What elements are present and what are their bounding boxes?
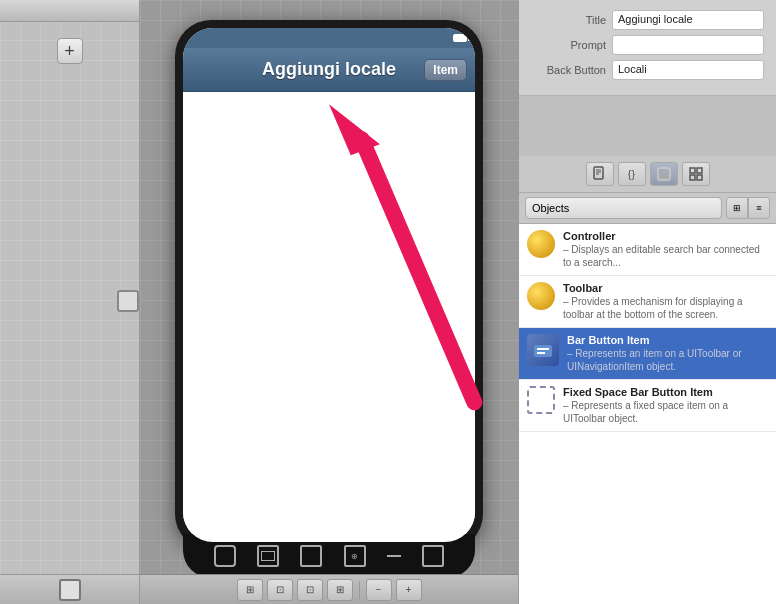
object-desc: – Displays an editable search bar connec…	[563, 243, 768, 269]
left-panel: +	[0, 0, 140, 604]
back-button-label: Back Button	[531, 64, 606, 76]
navigation-bar: Aggiungi locale Item	[183, 48, 475, 92]
icon-toolbar: {}	[519, 156, 776, 193]
toolbar-divider	[359, 581, 360, 599]
iphone-btn5	[422, 545, 444, 567]
back-button-row: Back Button Locali	[531, 60, 764, 80]
object-icon-fixed-space	[527, 386, 555, 414]
canvas-toolbar-btn-4[interactable]: ⊞	[327, 579, 353, 601]
inspector-section: Title Aggiungi locale Prompt Back Button…	[519, 0, 776, 96]
screen-content	[183, 92, 475, 542]
grid-view-btn[interactable]: ⊞	[726, 197, 748, 219]
canvas-toolbar-zoom-out[interactable]: −	[366, 579, 392, 601]
object-text-toolbar: Toolbar – Provides a mechanism for displ…	[563, 282, 768, 321]
canvas-toolbar: ⊞ ⊡ ⊡ ⊞ − +	[140, 574, 518, 604]
svg-rect-11	[697, 168, 702, 173]
canvas-area: Aggiungi locale Item ⊕ ⊞ ⊡ ⊡ ⊞ − +	[140, 0, 518, 604]
icon-tool-code[interactable]: {}	[618, 162, 646, 186]
battery-icon	[453, 34, 467, 42]
icon-tool-object[interactable]	[650, 162, 678, 186]
canvas-toolbar-btn-3[interactable]: ⊡	[297, 579, 323, 601]
iphone-zoom-btn[interactable]: ⊕	[344, 545, 366, 567]
canvas-toolbar-btn-1[interactable]: ⊞	[237, 579, 263, 601]
object-name: Fixed Space Bar Button Item	[563, 386, 768, 398]
icon-tool-doc[interactable]	[586, 162, 614, 186]
connector-box	[117, 290, 139, 312]
object-desc: – Provides a mechanism for displaying a …	[563, 295, 768, 321]
svg-rect-13	[697, 175, 702, 180]
iphone-home-btn	[214, 545, 236, 567]
grid-toggle: ⊞ ≡	[726, 197, 770, 219]
list-item[interactable]: Toolbar – Provides a mechanism for displ…	[519, 276, 776, 328]
svg-rect-3	[594, 167, 603, 179]
object-icon-bar-button	[527, 334, 559, 366]
svg-point-8	[659, 169, 663, 173]
bottom-left-icon	[59, 579, 81, 601]
object-name: Controller	[563, 230, 768, 242]
iphone-mockup: Aggiungi locale Item ⊕	[175, 20, 483, 550]
canvas-toolbar-zoom-in[interactable]: +	[396, 579, 422, 601]
object-icon-toolbar	[527, 282, 555, 310]
objects-bar: Objects ⊞ ≡	[519, 193, 776, 224]
title-field[interactable]: Aggiungi locale	[612, 10, 764, 30]
left-bottom-area	[0, 574, 139, 604]
prompt-label: Prompt	[531, 39, 606, 51]
canvas-toolbar-btn-2[interactable]: ⊡	[267, 579, 293, 601]
add-button[interactable]: +	[57, 38, 83, 64]
title-row: Title Aggiungi locale	[531, 10, 764, 30]
svg-rect-10	[690, 168, 695, 173]
object-text-bar-button: Bar Button Item – Represents an item on …	[567, 334, 768, 373]
objects-dropdown[interactable]: Objects	[525, 197, 722, 219]
iphone-screen: Aggiungi locale Item	[183, 28, 475, 542]
svg-rect-9	[659, 175, 669, 179]
object-text-controller: Controller – Displays an editable search…	[563, 230, 768, 269]
iphone-btn2	[257, 545, 279, 567]
svg-rect-14	[534, 345, 552, 357]
list-item[interactable]: Fixed Space Bar Button Item – Represents…	[519, 380, 776, 432]
prompt-row: Prompt	[531, 35, 764, 55]
inspector-spacer	[519, 96, 776, 156]
list-item[interactable]: Bar Button Item – Represents an item on …	[519, 328, 776, 380]
title-label: Title	[531, 14, 606, 26]
back-button-field[interactable]: Locali	[612, 60, 764, 80]
left-top-bar	[0, 0, 139, 22]
prompt-field[interactable]	[612, 35, 764, 55]
status-bar	[183, 28, 475, 48]
iphone-divider	[387, 555, 401, 557]
right-panel: Title Aggiungi locale Prompt Back Button…	[518, 0, 776, 604]
objects-list: Controller – Displays an editable search…	[519, 224, 776, 604]
nav-title: Aggiungi locale	[262, 59, 396, 80]
iphone-btn3	[300, 545, 322, 567]
svg-rect-12	[690, 175, 695, 180]
icon-tool-grid[interactable]	[682, 162, 710, 186]
list-view-btn[interactable]: ≡	[748, 197, 770, 219]
object-icon-controller	[527, 230, 555, 258]
object-text-fixed-space: Fixed Space Bar Button Item – Represents…	[563, 386, 768, 425]
object-desc: – Represents a fixed space item on a UIT…	[563, 399, 768, 425]
svg-rect-16	[537, 352, 545, 354]
list-item[interactable]: Controller – Displays an editable search…	[519, 224, 776, 276]
object-name: Toolbar	[563, 282, 768, 294]
object-name: Bar Button Item	[567, 334, 768, 346]
nav-item-button[interactable]: Item	[424, 59, 467, 81]
object-desc: – Represents an item on a UIToolbar or U…	[567, 347, 768, 373]
svg-rect-15	[537, 348, 549, 350]
